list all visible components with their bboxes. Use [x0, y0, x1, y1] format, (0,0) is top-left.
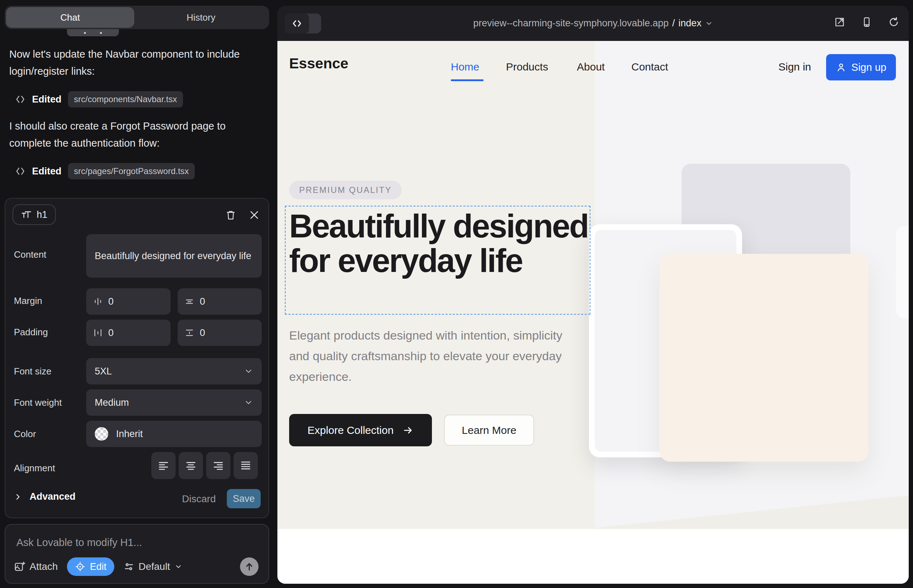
site-canvas: Essence Home Products About Contact Sign…: [277, 41, 909, 584]
padding-label: Padding: [14, 327, 48, 338]
next-section-background: [277, 529, 909, 584]
file-badge[interactable]: src/components/Navbar.tsx: [68, 91, 183, 108]
delete-element-button[interactable]: [224, 208, 237, 221]
preview-browser-frame: preview--charming-site-symphony.lovable.…: [277, 6, 909, 584]
sliders-icon: [123, 561, 134, 572]
chevron-down-icon: [244, 367, 253, 376]
advanced-toggle[interactable]: Advanced: [14, 491, 76, 502]
attach-image-icon: [14, 561, 25, 572]
discard-button[interactable]: Discard: [182, 493, 216, 505]
decor-edge-glow: [896, 226, 909, 318]
element-tag-pill: h1: [13, 204, 56, 225]
tab-chat[interactable]: Chat: [6, 7, 134, 28]
nav-link-about[interactable]: About: [577, 61, 605, 73]
url-separator: /: [672, 18, 675, 29]
decor-beige-card: [659, 254, 868, 462]
nav-link-products[interactable]: Products: [506, 61, 548, 73]
url-bar[interactable]: preview--charming-site-symphony.lovable.…: [277, 6, 909, 41]
arrow-right-icon: [403, 425, 413, 436]
hero-description: Elegant products designed with intention…: [289, 325, 578, 387]
explore-collection-button[interactable]: Explore Collection: [289, 414, 432, 446]
close-panel-button[interactable]: [248, 208, 261, 221]
font-weight-select[interactable]: Medium: [86, 389, 262, 416]
model-default-select[interactable]: Default: [123, 561, 182, 572]
margin-vertical-icon: [185, 297, 194, 306]
close-icon: [249, 210, 259, 220]
align-justify-icon: [240, 459, 252, 472]
url-page: index: [678, 18, 701, 29]
target-icon: [75, 561, 86, 572]
phone-icon: [861, 16, 873, 28]
margin-y-input[interactable]: 0: [178, 288, 262, 315]
padding-y-input[interactable]: 0: [178, 320, 262, 346]
refresh-icon: [888, 16, 900, 28]
element-editor-panel: h1 Content Beautifully designed for ever…: [5, 198, 269, 518]
chevron-down-icon: [244, 398, 253, 407]
align-right-icon: [212, 459, 224, 472]
align-center-button[interactable]: [179, 452, 203, 479]
attach-button[interactable]: Attach: [14, 561, 58, 572]
arrow-up-icon: [244, 562, 254, 572]
hero-heading[interactable]: Beautifully designed for everyday life: [289, 209, 596, 278]
save-button[interactable]: Save: [227, 489, 261, 508]
align-right-button[interactable]: [206, 452, 230, 479]
sidebar-tabbar: Chat History: [5, 6, 269, 29]
color-select[interactable]: Inherit: [86, 421, 262, 447]
element-tag-label: h1: [37, 209, 47, 220]
edited-label: Edited: [32, 166, 62, 177]
mobile-view-button[interactable]: [861, 16, 873, 28]
margin-x-input[interactable]: 0: [86, 288, 170, 315]
edit-mode-button[interactable]: Edit: [67, 557, 114, 576]
code-icon: [15, 166, 26, 176]
chevron-down-icon: [175, 563, 182, 570]
prompt-box: Ask Lovable to modify H1... Attach Edit …: [5, 524, 269, 584]
learn-more-button[interactable]: Learn More: [444, 415, 534, 446]
font-size-label: Font size: [14, 366, 52, 377]
url-domain: preview--charming-site-symphony.lovable.…: [473, 18, 669, 29]
refresh-button[interactable]: [888, 16, 900, 28]
align-center-icon: [185, 459, 197, 472]
padding-vertical-icon: [185, 328, 194, 338]
font-size-select[interactable]: 5XL: [86, 358, 262, 384]
open-external-button[interactable]: [834, 16, 845, 28]
margin-label: Margin: [14, 296, 42, 307]
chevron-right-icon: [14, 493, 22, 501]
edited-file-row: Edited src/pages/ForgotPassword.tsx: [15, 163, 195, 179]
padding-x-input[interactable]: 0: [86, 320, 170, 346]
chat-message: Now let's update the Navbar component to…: [9, 45, 249, 80]
typography-icon: [21, 209, 32, 220]
user-icon: [836, 62, 847, 73]
sign-up-button[interactable]: Sign up: [826, 54, 896, 81]
content-input[interactable]: Beautifully designed for everyday life: [86, 234, 262, 278]
edited-file-row: Edited src/components/Navbar.tsx: [15, 91, 183, 108]
color-label: Color: [14, 428, 36, 439]
chat-sidebar: Chat History Now let's update the Navbar…: [0, 0, 277, 588]
align-left-icon: [157, 459, 170, 472]
content-label: Content: [14, 249, 46, 260]
nav-link-home[interactable]: Home: [451, 61, 479, 73]
alignment-label: Alignment: [14, 463, 55, 474]
margin-horizontal-icon: [93, 297, 102, 306]
color-swatch: [95, 427, 108, 441]
send-button[interactable]: [240, 557, 259, 576]
padding-horizontal-icon: [93, 328, 102, 338]
tab-history[interactable]: History: [134, 7, 268, 28]
clipped-file-badge: [67, 29, 119, 36]
site-logo[interactable]: Essence: [289, 55, 348, 72]
align-justify-button[interactable]: [233, 452, 258, 479]
external-link-icon: [834, 16, 845, 28]
edited-label: Edited: [32, 94, 62, 105]
trash-icon: [225, 210, 236, 220]
prompt-input[interactable]: Ask Lovable to modify H1...: [16, 537, 142, 549]
file-badge[interactable]: src/pages/ForgotPassword.tsx: [68, 163, 195, 179]
hero-badge: PREMIUM QUALITY: [289, 181, 401, 199]
code-icon: [15, 94, 26, 105]
nav-active-underline: [451, 79, 484, 81]
font-weight-label: Font weight: [14, 397, 62, 408]
chevron-down-icon: [705, 19, 713, 27]
chat-message: I should also create a Forgot Password p…: [9, 118, 249, 152]
sign-in-link[interactable]: Sign in: [779, 61, 811, 73]
align-left-button[interactable]: [151, 452, 176, 479]
nav-link-contact[interactable]: Contact: [631, 61, 668, 73]
